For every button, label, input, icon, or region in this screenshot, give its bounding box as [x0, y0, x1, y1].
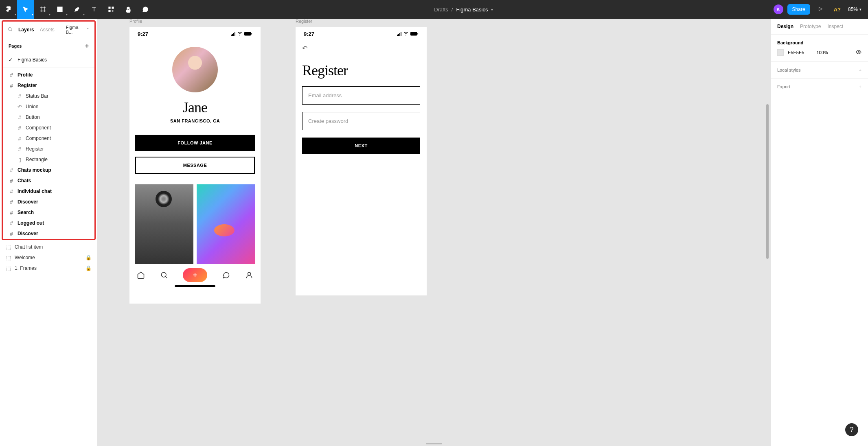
color-swatch[interactable] — [777, 49, 784, 56]
document-name: Figma Basics — [456, 7, 488, 13]
svg-rect-2 — [112, 7, 114, 9]
left-panel: Layers Assets Figma B... ⌃ Pages + ✓ Fig… — [0, 19, 98, 446]
comment-tool-button[interactable] — [137, 0, 154, 19]
frame-register[interactable]: Register 9:27 ↶ Register — [296, 27, 427, 295]
layer-item[interactable]: # Discover — [3, 228, 94, 239]
tab-inspect[interactable]: Inspect — [827, 24, 843, 29]
search-icon[interactable] — [160, 271, 169, 280]
frame-label[interactable]: Profile — [129, 19, 142, 24]
layer-item[interactable]: # Chats mockup — [3, 165, 94, 175]
zoom-control[interactable]: 85% ▾ — [848, 7, 861, 12]
check-icon: ✓ — [9, 57, 13, 63]
add-button[interactable]: + — [183, 268, 207, 282]
status-bar: 9:27 — [296, 27, 427, 39]
layer-item[interactable]: # Discover — [3, 197, 94, 207]
move-tool-button[interactable]: ▾ — [17, 0, 34, 19]
home-indicator — [175, 285, 215, 287]
layer-item[interactable]: # Individual chat — [3, 186, 94, 197]
figma-menu-button[interactable]: ▾ — [0, 0, 17, 19]
frame-icon: # — [9, 83, 14, 88]
status-bar: 9:27 — [129, 27, 261, 39]
layer-item[interactable]: ▯ Rectangle — [3, 154, 94, 165]
help-button[interactable]: ? — [845, 423, 858, 436]
add-page-button[interactable]: + — [85, 42, 89, 50]
chat-icon[interactable] — [221, 271, 230, 280]
layer-item[interactable]: # Component — [3, 122, 94, 133]
layer-item[interactable]: ↶ Union — [3, 101, 94, 112]
color-hex[interactable]: E5E5E5 — [788, 50, 804, 55]
resources-button[interactable] — [103, 0, 120, 19]
battery-icon — [410, 31, 419, 37]
svg-rect-9 — [410, 32, 417, 35]
text-tool-button[interactable] — [85, 0, 103, 19]
email-field[interactable]: Email address — [302, 86, 420, 105]
next-button[interactable]: NEXT — [302, 138, 420, 154]
cellular-signal-icon — [231, 32, 235, 36]
layer-item[interactable]: # Status Bar — [3, 91, 94, 101]
color-opacity[interactable]: 100% — [816, 50, 828, 55]
layer-frame-profile[interactable]: # Profile — [3, 70, 94, 80]
frame-profile[interactable]: Profile 9:27 Jane — [129, 27, 261, 304]
layer-item[interactable]: # Register — [3, 144, 94, 154]
local-styles-section[interactable]: Local styles + — [771, 62, 868, 79]
component-icon: ⬚ — [6, 255, 11, 260]
svg-rect-5 — [244, 32, 251, 35]
shape-tool-button[interactable]: ▾ — [51, 0, 68, 19]
frame-icon: # — [9, 210, 14, 215]
register-title: Register — [302, 62, 420, 79]
frame-tool-button[interactable]: ▾ — [34, 0, 51, 19]
cellular-signal-icon — [397, 32, 401, 36]
component-icon: ⬚ — [6, 244, 11, 250]
frame-label[interactable]: Register — [296, 19, 312, 24]
battery-icon — [244, 31, 252, 37]
layer-item[interactable]: # Search — [3, 207, 94, 218]
layer-item[interactable]: # Logged out — [3, 218, 94, 228]
breadcrumb[interactable]: Drafts / Figma Basics ▾ — [154, 7, 774, 13]
chevron-down-icon: ▾ — [491, 7, 493, 12]
back-icon[interactable]: ↶ — [302, 44, 420, 52]
add-style-icon[interactable]: + — [859, 68, 861, 72]
password-field[interactable]: Create password — [302, 112, 420, 130]
photo-thumbnail — [135, 184, 193, 264]
tab-prototype[interactable]: Prototype — [800, 24, 821, 29]
top-toolbar: ▾ ▾ ▾ ▾ ▾ — [0, 0, 868, 19]
follow-button[interactable]: FOLLOW JANE — [135, 135, 255, 151]
search-icon[interactable] — [8, 27, 13, 33]
pen-tool-button[interactable]: ▾ — [68, 0, 85, 19]
page-selector[interactable]: Figma B... ⌃ — [66, 25, 90, 35]
add-export-icon[interactable]: + — [859, 84, 861, 89]
tab-assets[interactable]: Assets — [40, 27, 55, 33]
canvas[interactable]: Profile 9:27 Jane — [98, 19, 770, 446]
profile-icon[interactable] — [245, 271, 254, 280]
layer-item[interactable]: ⬚ Chat list item — [0, 242, 97, 252]
frame-icon: # — [9, 167, 14, 173]
tab-design[interactable]: Design — [777, 24, 793, 29]
breadcrumb-parent: Drafts — [434, 7, 448, 13]
layer-item[interactable]: ⬚ Welcome 🔒 — [0, 252, 97, 263]
tab-layers[interactable]: Layers — [18, 27, 34, 33]
present-button[interactable] — [814, 4, 826, 15]
layer-item[interactable]: # Component — [3, 133, 94, 144]
share-button[interactable]: Share — [787, 4, 810, 15]
frame-icon: # — [17, 114, 22, 120]
page-item[interactable]: ✓ Figma Basics — [3, 54, 94, 66]
svg-point-8 — [248, 272, 250, 275]
visibility-icon[interactable] — [856, 49, 861, 56]
panel-resizer[interactable] — [426, 443, 442, 444]
user-avatar[interactable]: K — [774, 4, 783, 14]
layer-frame-register[interactable]: # Register — [3, 80, 94, 91]
layer-item[interactable]: # Button — [3, 112, 94, 122]
layer-item[interactable]: ⬚ 1. Frames 🔒 — [0, 263, 97, 273]
home-icon[interactable] — [136, 271, 145, 280]
message-button[interactable]: MESSAGE — [135, 157, 255, 174]
hand-tool-button[interactable] — [120, 0, 137, 19]
status-time: 9:27 — [138, 31, 148, 37]
frame-icon: # — [17, 136, 22, 141]
scrollbar[interactable] — [766, 19, 769, 446]
svg-rect-6 — [251, 33, 252, 35]
component-icon: ⬚ — [6, 265, 11, 271]
export-section[interactable]: Export + — [771, 79, 868, 95]
layer-item[interactable]: # Chats — [3, 175, 94, 186]
missing-fonts-button[interactable]: A? — [831, 5, 844, 14]
lock-icon: 🔒 — [85, 255, 92, 260]
